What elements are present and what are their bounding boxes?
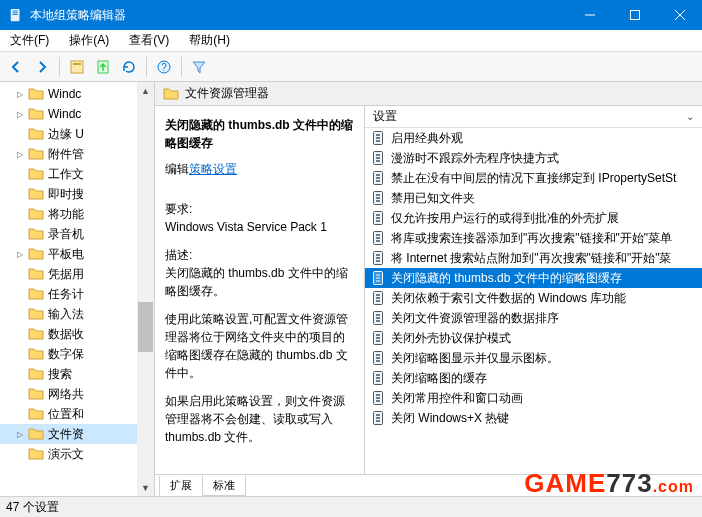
filter-button[interactable]	[187, 55, 211, 79]
tree-item[interactable]: 数据收	[0, 324, 154, 344]
tree-item-label: Windc	[48, 87, 81, 101]
expand-toggle-icon[interactable]	[14, 388, 26, 400]
close-button[interactable]	[657, 0, 702, 30]
scroll-thumb[interactable]	[138, 302, 153, 352]
list-row[interactable]: 关闭缩略图显示并仅显示图标。	[365, 348, 702, 368]
expand-toggle-icon[interactable]	[14, 288, 26, 300]
list-row[interactable]: 关闭文件资源管理器的数据排序	[365, 308, 702, 328]
list-row[interactable]: 启用经典外观	[365, 128, 702, 148]
folder-icon	[28, 126, 44, 142]
back-button[interactable]	[4, 55, 28, 79]
expand-toggle-icon[interactable]: ▷	[14, 148, 26, 160]
list-row[interactable]: 关闭隐藏的 thumbs.db 文件中的缩略图缓存	[365, 268, 702, 288]
folder-icon	[28, 286, 44, 302]
expand-toggle-icon[interactable]	[14, 168, 26, 180]
tree-scrollbar[interactable]: ▲ ▼	[137, 82, 154, 496]
folder-icon	[28, 186, 44, 202]
tree-item[interactable]: 即时搜	[0, 184, 154, 204]
folder-icon	[28, 346, 44, 362]
scroll-up-button[interactable]: ▲	[137, 82, 154, 99]
maximize-button[interactable]	[612, 0, 657, 30]
list-row[interactable]: 关闭常用控件和窗口动画	[365, 388, 702, 408]
tree-item-label: 网络共	[48, 386, 84, 403]
expand-toggle-icon[interactable]	[14, 308, 26, 320]
refresh-button[interactable]	[117, 55, 141, 79]
menu-view[interactable]: 查看(V)	[119, 32, 179, 49]
expand-toggle-icon[interactable]	[14, 188, 26, 200]
list-row[interactable]: 禁止在没有中间层的情况下直接绑定到 IPropertySetSt	[365, 168, 702, 188]
tree-item[interactable]: 网络共	[0, 384, 154, 404]
tree-item[interactable]: ▷Windc	[0, 104, 154, 124]
expand-toggle-icon[interactable]: ▷	[14, 428, 26, 440]
tree-item[interactable]: 工作文	[0, 164, 154, 184]
properties-button[interactable]	[65, 55, 89, 79]
tree-item[interactable]: 将功能	[0, 204, 154, 224]
list-row-label: 关闭隐藏的 thumbs.db 文件中的缩略图缓存	[391, 270, 622, 287]
expand-toggle-icon[interactable]: ▷	[14, 108, 26, 120]
tree-item[interactable]: 数字保	[0, 344, 154, 364]
expand-toggle-icon[interactable]	[14, 368, 26, 380]
tab-extended[interactable]: 扩展	[159, 476, 203, 496]
expand-toggle-icon[interactable]	[14, 128, 26, 140]
list-row-label: 禁用已知文件夹	[391, 190, 475, 207]
menu-help[interactable]: 帮助(H)	[179, 32, 240, 49]
list-row[interactable]: 仅允许按用户运行的或得到批准的外壳扩展	[365, 208, 702, 228]
tree-item-label: 数字保	[48, 346, 84, 363]
tree-item[interactable]: 凭据用	[0, 264, 154, 284]
expand-toggle-icon[interactable]	[14, 208, 26, 220]
list-row[interactable]: 禁用已知文件夹	[365, 188, 702, 208]
detail-pane: 文件资源管理器 关闭隐藏的 thumbs.db 文件中的缩略图缓存 编辑策略设置…	[155, 82, 702, 496]
expand-toggle-icon[interactable]	[14, 328, 26, 340]
tree-item[interactable]: ▷平板电	[0, 244, 154, 264]
tree-item-label: 将功能	[48, 206, 84, 223]
tab-standard[interactable]: 标准	[202, 476, 246, 496]
folder-icon	[28, 306, 44, 322]
list-row[interactable]: 关闭缩略图的缓存	[365, 368, 702, 388]
tree-item[interactable]: 输入法	[0, 304, 154, 324]
expand-toggle-icon[interactable]	[14, 228, 26, 240]
tree-item[interactable]: 演示文	[0, 444, 154, 464]
list-row[interactable]: 将库或搜索连接器添加到"再次搜索"链接和"开始"菜单	[365, 228, 702, 248]
list-header-settings[interactable]: 设置 ⌄	[365, 106, 702, 128]
expand-toggle-icon[interactable]: ▷	[14, 248, 26, 260]
export-button[interactable]	[91, 55, 115, 79]
list-row-label: 禁止在没有中间层的情况下直接绑定到 IPropertySetSt	[391, 170, 676, 187]
tree-item[interactable]: ▷附件管	[0, 144, 154, 164]
list-row-label: 启用经典外观	[391, 130, 463, 147]
expand-toggle-icon[interactable]	[14, 268, 26, 280]
help-button[interactable]: ?	[152, 55, 176, 79]
expand-toggle-icon[interactable]	[14, 408, 26, 420]
tree-item[interactable]: 任务计	[0, 284, 154, 304]
list-row[interactable]: 漫游时不跟踪外壳程序快捷方式	[365, 148, 702, 168]
tree-item-label: 平板电	[48, 246, 84, 263]
list-row[interactable]: 关闭依赖于索引文件数据的 Windows 库功能	[365, 288, 702, 308]
expand-toggle-icon[interactable]	[14, 448, 26, 460]
edit-policy-link[interactable]: 策略设置	[189, 160, 237, 178]
policy-icon	[371, 290, 387, 306]
folder-icon	[28, 366, 44, 382]
list-row[interactable]: 关闭 Windows+X 热键	[365, 408, 702, 428]
tree-item[interactable]: 录音机	[0, 224, 154, 244]
requirements-label: 要求:	[165, 200, 354, 218]
expand-toggle-icon[interactable]	[14, 348, 26, 360]
tree-item-label: 即时搜	[48, 186, 84, 203]
list-pane: 设置 ⌄ 启用经典外观漫游时不跟踪外壳程序快捷方式禁止在没有中间层的情况下直接绑…	[365, 106, 702, 474]
edit-line: 编辑策略设置	[165, 160, 354, 190]
menu-file[interactable]: 文件(F)	[0, 32, 59, 49]
list-row[interactable]: 将 Internet 搜索站点附加到"再次搜索"链接和"开始"菜	[365, 248, 702, 268]
menu-bar: 文件(F) 操作(A) 查看(V) 帮助(H)	[0, 30, 702, 52]
list-row[interactable]: 关闭外壳协议保护模式	[365, 328, 702, 348]
tree-item[interactable]: ▷文件资	[0, 424, 154, 444]
expand-toggle-icon[interactable]: ▷	[14, 88, 26, 100]
forward-button[interactable]	[30, 55, 54, 79]
tree-item[interactable]: ▷Windc	[0, 84, 154, 104]
menu-action[interactable]: 操作(A)	[59, 32, 119, 49]
tree-item[interactable]: 位置和	[0, 404, 154, 424]
tree-item[interactable]: 边缘 U	[0, 124, 154, 144]
policy-icon	[371, 330, 387, 346]
list-row-label: 将 Internet 搜索站点附加到"再次搜索"链接和"开始"菜	[391, 250, 671, 267]
tab-bar: 扩展 标准	[155, 474, 702, 496]
tree-item[interactable]: 搜索	[0, 364, 154, 384]
scroll-down-button[interactable]: ▼	[137, 479, 154, 496]
minimize-button[interactable]	[567, 0, 612, 30]
